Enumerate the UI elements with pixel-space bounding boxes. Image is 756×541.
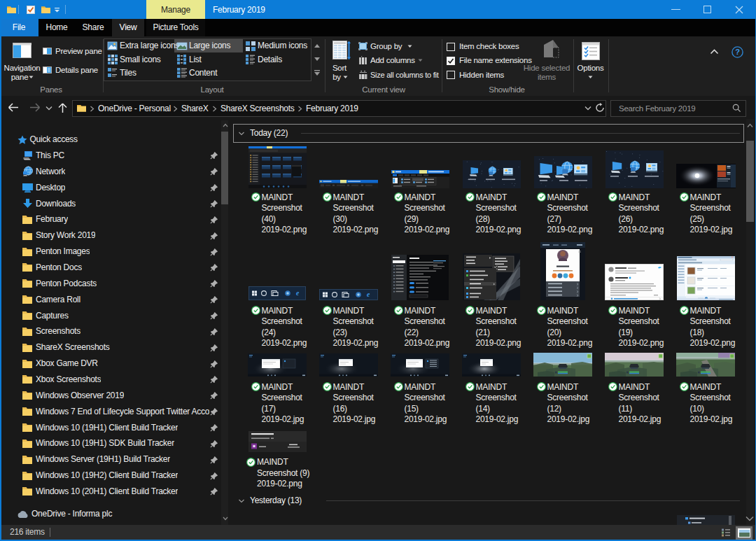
svg-text:?: ? — [735, 48, 740, 56]
